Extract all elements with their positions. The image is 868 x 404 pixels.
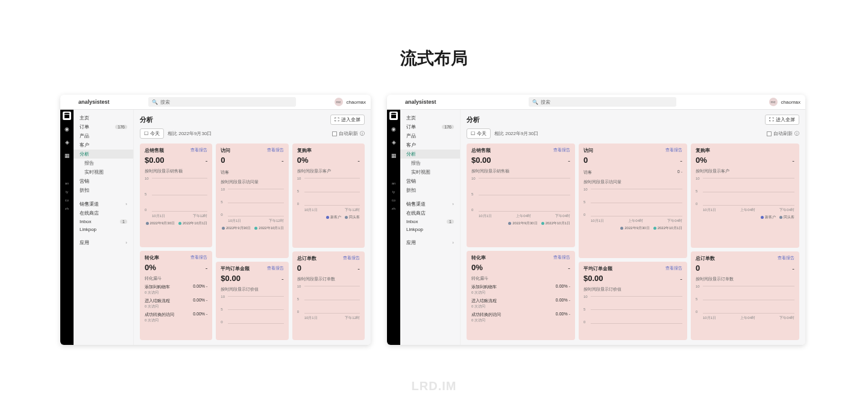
view-report-link[interactable]: 查看报告 xyxy=(778,255,794,261)
x-tick: 10月1日 xyxy=(152,213,165,219)
view-report-link[interactable]: 查看报告 xyxy=(343,255,360,261)
y-tick: 10 xyxy=(297,285,301,288)
nav-analytics[interactable]: 分析 xyxy=(74,150,133,159)
avatar[interactable]: mc xyxy=(769,98,778,106)
x-tick: 10月1日 xyxy=(591,218,604,224)
date-picker-button[interactable]: ☐今天 xyxy=(140,128,164,139)
view-report-link[interactable]: 查看报告 xyxy=(665,147,682,153)
nav-live-view[interactable]: 实时视图 xyxy=(74,168,133,177)
page-heading: 流式布局 xyxy=(0,47,868,70)
y-tick: 10 xyxy=(696,285,700,288)
card-delta: - xyxy=(281,275,284,282)
nav-apps[interactable]: 应用› xyxy=(74,238,133,247)
search-input[interactable] xyxy=(541,99,673,105)
search-icon: 🔍 xyxy=(152,99,158,105)
help-icon[interactable]: ⓘ xyxy=(360,130,365,137)
nav-online-store[interactable]: 在线商店 xyxy=(400,209,460,218)
nav-sales-channel-label: 销售渠道 xyxy=(406,201,426,207)
page-title: 分析 xyxy=(467,115,480,124)
nav-customers[interactable]: 客户 xyxy=(400,140,460,150)
legend-dot xyxy=(146,222,149,225)
card-title: 总订单数 xyxy=(297,255,316,262)
help-icon[interactable]: ⓘ xyxy=(794,130,799,137)
nav-analytics[interactable]: 分析 xyxy=(400,150,460,159)
nav-home[interactable]: 主页 xyxy=(400,113,460,122)
username: chaomax xyxy=(781,99,800,105)
view-report-link[interactable]: 查看报告 xyxy=(553,147,570,153)
gauge-icon[interactable]: ◉ xyxy=(63,125,71,133)
nav-inbox[interactable]: Inbox1 xyxy=(400,218,460,226)
nav-live-view[interactable]: 实时视图 xyxy=(400,168,460,177)
legend-label: 新客户 xyxy=(330,215,341,220)
nav-orders[interactable]: 订单176 xyxy=(74,122,133,131)
nav-discounts[interactable]: 折扣 xyxy=(74,186,133,195)
nav-home[interactable]: 主页 xyxy=(74,113,133,122)
nav-apps[interactable]: 应用› xyxy=(400,238,460,247)
fullscreen-button[interactable]: ⛶进入全屏 xyxy=(330,115,365,125)
x-tick: 10月1日 xyxy=(304,315,318,321)
store-icon[interactable]: ▦ xyxy=(389,151,398,160)
view-report-link[interactable]: 查看报告 xyxy=(665,265,682,271)
view-report-link[interactable]: 查看报告 xyxy=(267,147,284,153)
nav-sales-channel[interactable]: 销售渠道› xyxy=(74,200,133,209)
chevron-right-icon: › xyxy=(452,201,454,207)
card-delta: - xyxy=(357,157,360,164)
shop-icon[interactable] xyxy=(389,112,398,120)
view-report-link[interactable]: 查看报告 xyxy=(190,254,207,260)
nav-inbox[interactable]: Inbox1 xyxy=(74,218,133,226)
nav-linkpop[interactable]: Linkpop xyxy=(74,226,133,233)
x-tick: 下午04时 xyxy=(779,207,794,213)
nav-customers[interactable]: 客户 xyxy=(74,140,133,150)
auto-refresh-toggle[interactable]: 自动刷新ⓘ xyxy=(767,130,799,137)
auto-refresh-toggle[interactable]: 自动刷新ⓘ xyxy=(332,130,365,137)
date-picker-button[interactable]: ☐今天 xyxy=(467,128,491,139)
tag-icon[interactable]: ◈ xyxy=(63,138,71,147)
card-title: 复购率 xyxy=(297,147,312,154)
card-value: $0.00 xyxy=(221,274,241,283)
visitors-label: 访客 xyxy=(221,169,229,175)
shop-icon[interactable] xyxy=(63,112,71,120)
nav-products[interactable]: 产品 xyxy=(400,131,460,140)
x-tick: 下午12时 xyxy=(193,213,208,219)
checkbox-icon[interactable] xyxy=(767,131,772,136)
y-tick: 5 xyxy=(221,308,225,311)
nav-products[interactable]: 产品 xyxy=(74,131,133,140)
legend-label: 2022年9月30日 xyxy=(226,226,251,231)
nav-marketing[interactable]: 营销 xyxy=(74,177,133,186)
legend-dot xyxy=(178,222,181,225)
legend-dot xyxy=(345,216,348,219)
auto-refresh-label: 自动刷新 xyxy=(773,130,793,137)
funnel-row: 进入结账流程0 次访问0.00% - xyxy=(471,298,570,309)
nav-linkpop[interactable]: Linkpop xyxy=(400,226,460,233)
card-desc: 按时间段显示访问量 xyxy=(221,179,283,185)
view-report-link[interactable]: 查看报告 xyxy=(190,147,207,153)
search-input[interactable] xyxy=(160,99,292,105)
view-report-link[interactable]: 查看报告 xyxy=(267,265,284,271)
funnel-delta: - xyxy=(569,298,570,302)
store-icon[interactable]: ▦ xyxy=(63,151,71,160)
nav-sales-channel[interactable]: 销售渠道› xyxy=(400,200,460,209)
funnel-row: 成功转换的访问0 次访问0.00% - xyxy=(145,312,207,323)
tag-icon[interactable]: ◈ xyxy=(389,138,398,147)
x-tick: 10月1日 xyxy=(304,207,318,213)
y-tick: 5 xyxy=(145,192,149,196)
avg-order-chart: 1050 xyxy=(583,295,682,331)
checkbox-icon[interactable] xyxy=(332,131,337,136)
avatar[interactable]: mc xyxy=(335,98,343,106)
fullscreen-button[interactable]: ⛶进入全屏 xyxy=(765,115,799,125)
x-tick: 10月1日 xyxy=(479,213,492,219)
view-report-link[interactable]: 查看报告 xyxy=(553,254,570,260)
nav-reports[interactable]: 报告 xyxy=(74,159,133,168)
nav-online-store[interactable]: 在线商店 xyxy=(74,209,133,218)
gauge-icon[interactable]: ◉ xyxy=(389,125,398,133)
nav-discounts[interactable]: 折扣 xyxy=(400,186,460,195)
visitors-label: 访客 xyxy=(583,169,592,175)
sidebar: 主页 订单176 产品 客户 分析 报告 实时视图 营销 折扣 销售渠道› 在线… xyxy=(74,110,134,345)
y-tick: 0 xyxy=(297,310,301,314)
nav-orders[interactable]: 订单176 xyxy=(400,122,460,131)
legend-label: 回头客 xyxy=(349,215,360,220)
search-box[interactable]: 🔍 xyxy=(148,97,296,107)
nav-reports[interactable]: 报告 xyxy=(400,159,460,168)
search-box[interactable]: 🔍 xyxy=(529,97,676,107)
nav-marketing[interactable]: 营销 xyxy=(400,177,460,186)
